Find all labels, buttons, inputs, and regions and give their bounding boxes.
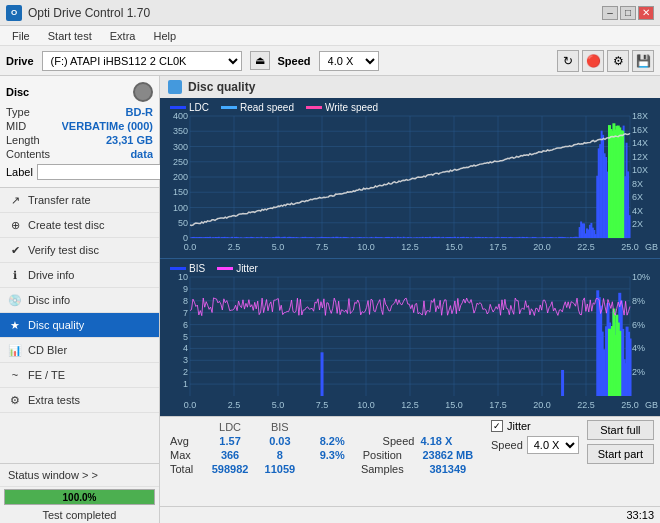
disc-mid-value: VERBATIMe (000) bbox=[62, 120, 153, 132]
avg-jitter: 8.2% bbox=[312, 434, 352, 448]
disc-length-label: Length bbox=[6, 134, 40, 146]
eject-button[interactable]: ⏏ bbox=[250, 51, 270, 70]
main-content: Disc quality LDC Read speed bbox=[160, 76, 660, 523]
samples-value: 381349 bbox=[413, 462, 483, 476]
transfer-rate-icon: ↗ bbox=[8, 193, 22, 207]
sidebar-menu: ↗ Transfer rate ⊕ Create test disc ✔ Ver… bbox=[0, 188, 159, 463]
jitter-checkbox[interactable]: ✓ bbox=[491, 420, 503, 432]
sidebar-item-label: CD BIer bbox=[28, 344, 67, 356]
menu-start-test[interactable]: Start test bbox=[40, 28, 100, 44]
sidebar-item-transfer-rate[interactable]: ↗ Transfer rate bbox=[0, 188, 159, 213]
sidebar-item-drive-info[interactable]: ℹ Drive info bbox=[0, 263, 159, 288]
jitter-legend-label: Jitter bbox=[236, 263, 258, 274]
top-chart bbox=[160, 98, 660, 258]
chart-header: Disc quality bbox=[160, 76, 660, 98]
disc-label-input[interactable] bbox=[37, 164, 172, 180]
sidebar-item-label: Verify test disc bbox=[28, 244, 99, 256]
disc-panel: Disc Type BD-R MID VERBATIMe (000) Lengt… bbox=[0, 76, 159, 188]
disc-quality-icon: ★ bbox=[8, 318, 22, 332]
max-jitter: 9.3% bbox=[312, 448, 352, 462]
stats-table: LDC BIS Avg 1.57 0.03 bbox=[166, 420, 483, 476]
sidebar-item-create-test[interactable]: ⊕ Create test disc bbox=[0, 213, 159, 238]
sidebar-item-fe-te[interactable]: ~ FE / TE bbox=[0, 363, 159, 388]
sidebar: Disc Type BD-R MID VERBATIMe (000) Lengt… bbox=[0, 76, 160, 523]
disc-mid-field: MID VERBATIMe (000) bbox=[6, 120, 153, 132]
create-test-icon: ⊕ bbox=[8, 218, 22, 232]
extra-tests-icon: ⚙ bbox=[8, 393, 22, 407]
progress-text: 100.0% bbox=[63, 492, 97, 503]
disc-type-field: Type BD-R bbox=[6, 106, 153, 118]
app-icon: O bbox=[6, 5, 22, 21]
drive-icon-group: ↻ 🔴 ⚙ 💾 bbox=[557, 50, 654, 72]
drive-select[interactable]: (F:) ATAPI iHBS112 2 CL0K bbox=[42, 51, 242, 71]
status-area: Status window > > 100.0% Test completed bbox=[0, 463, 159, 523]
disc-type-value: BD-R bbox=[126, 106, 154, 118]
sidebar-item-extra-tests[interactable]: ⚙ Extra tests bbox=[0, 388, 159, 413]
fe-te-icon: ~ bbox=[8, 368, 22, 382]
read-legend-color bbox=[221, 106, 237, 109]
settings-icon[interactable]: ⚙ bbox=[607, 50, 629, 72]
read-legend-label: Read speed bbox=[240, 102, 294, 113]
total-bis: 11059 bbox=[257, 462, 303, 476]
sidebar-item-label: Create test disc bbox=[28, 219, 104, 231]
sidebar-item-verify-test[interactable]: ✔ Verify test disc bbox=[0, 238, 159, 263]
status-completed-label: Test completed bbox=[0, 507, 159, 523]
bottom-chart bbox=[160, 259, 660, 416]
menu-help[interactable]: Help bbox=[145, 28, 184, 44]
progress-bar: 100.0% bbox=[4, 489, 155, 505]
burn-icon[interactable]: 🔴 bbox=[582, 50, 604, 72]
position-value: 23862 MB bbox=[413, 448, 483, 462]
status-window-button[interactable]: Status window > > bbox=[0, 464, 159, 487]
start-full-button[interactable]: Start full bbox=[587, 420, 654, 440]
drive-info-icon: ℹ bbox=[8, 268, 22, 282]
minimize-button[interactable]: – bbox=[602, 6, 618, 20]
bis-legend-label: BIS bbox=[189, 263, 205, 274]
menu-bar: File Start test Extra Help bbox=[0, 26, 660, 46]
sidebar-item-cd-bier[interactable]: 📊 CD BIer bbox=[0, 338, 159, 363]
refresh-icon[interactable]: ↻ bbox=[557, 50, 579, 72]
disc-label-row: Label ✎ bbox=[6, 163, 153, 181]
speed-label: Speed bbox=[278, 55, 311, 67]
avg-bis: 0.03 bbox=[257, 434, 303, 448]
samples-label: Samples bbox=[352, 462, 413, 476]
start-buttons-group: Start full Start part bbox=[587, 420, 654, 464]
sidebar-item-disc-info[interactable]: 💿 Disc info bbox=[0, 288, 159, 313]
save-icon[interactable]: 💾 bbox=[632, 50, 654, 72]
disc-info-icon: 💿 bbox=[8, 293, 22, 307]
avg-ldc: 1.57 bbox=[203, 434, 256, 448]
maximize-button[interactable]: □ bbox=[620, 6, 636, 20]
close-button[interactable]: ✕ bbox=[638, 6, 654, 20]
window-controls: – □ ✕ bbox=[602, 6, 654, 20]
ldc-legend-label: LDC bbox=[189, 102, 209, 113]
disc-icon bbox=[133, 82, 153, 102]
charts-container: LDC Read speed Write speed bbox=[160, 98, 660, 416]
jitter-legend-color bbox=[217, 267, 233, 270]
disc-contents-label: Contents bbox=[6, 148, 50, 160]
stats-header-jitter bbox=[312, 420, 352, 434]
position-label: Position bbox=[352, 448, 413, 462]
drive-bar: Drive (F:) ATAPI iHBS112 2 CL0K ⏏ Speed … bbox=[0, 46, 660, 76]
sidebar-item-disc-quality[interactable]: ★ Disc quality bbox=[0, 313, 159, 338]
speed-select[interactable]: 4.0 X bbox=[319, 51, 379, 71]
sidebar-item-label: Extra tests bbox=[28, 394, 80, 406]
disc-label-text: Label bbox=[6, 166, 33, 178]
write-legend-color bbox=[306, 106, 322, 109]
disc-contents-value: data bbox=[130, 148, 153, 160]
disc-type-label: Type bbox=[6, 106, 30, 118]
stats-header-speed bbox=[352, 420, 413, 434]
sidebar-item-label: Drive info bbox=[28, 269, 74, 281]
status-window-label: Status window > > bbox=[8, 469, 98, 481]
time-value: 33:13 bbox=[626, 509, 654, 521]
menu-file[interactable]: File bbox=[4, 28, 38, 44]
max-ldc: 366 bbox=[203, 448, 256, 462]
start-part-button[interactable]: Start part bbox=[587, 444, 654, 464]
disc-mid-label: MID bbox=[6, 120, 26, 132]
disc-length-field: Length 23,31 GB bbox=[6, 134, 153, 146]
total-label: Total bbox=[166, 462, 203, 476]
max-label: Max bbox=[166, 448, 203, 462]
disc-contents-field: Contents data bbox=[6, 148, 153, 160]
stats-bar: LDC BIS Avg 1.57 0.03 bbox=[160, 416, 660, 506]
max-bis: 8 bbox=[257, 448, 303, 462]
speed-stat-select[interactable]: 4.0 X bbox=[527, 436, 579, 454]
menu-extra[interactable]: Extra bbox=[102, 28, 144, 44]
